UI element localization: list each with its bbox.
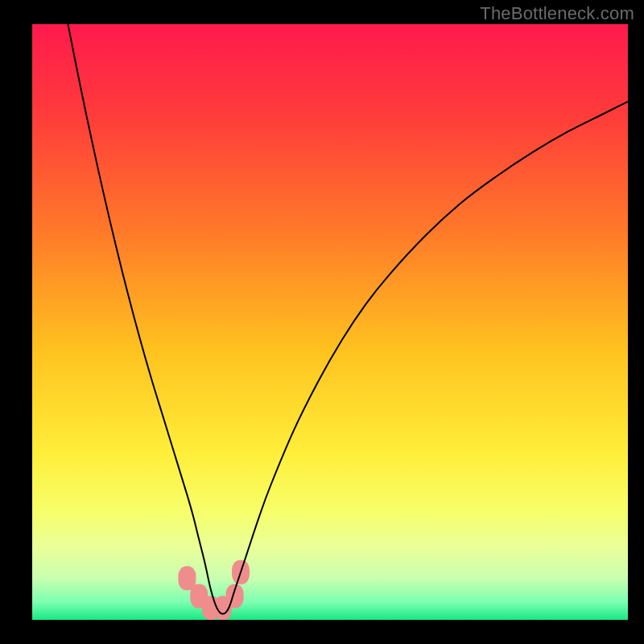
chart-frame: TheBottleneck.com [0, 0, 644, 644]
chart-svg [32, 24, 628, 620]
watermark-text: TheBottleneck.com [480, 3, 634, 24]
plot-area [32, 24, 628, 620]
gradient-background [32, 24, 628, 620]
